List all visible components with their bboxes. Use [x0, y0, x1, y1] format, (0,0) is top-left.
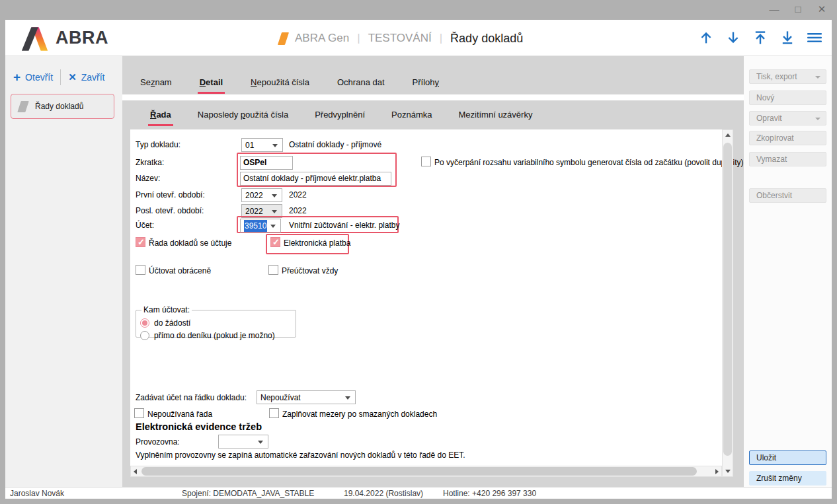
hamburger-menu-icon[interactable] [807, 30, 822, 46]
provozovna-label: Provozovna: [136, 437, 180, 447]
vertical-scrollbar[interactable] [722, 129, 733, 477]
zkratka-input[interactable]: OSPel [240, 156, 293, 170]
refresh-button[interactable]: Občerstvit [749, 188, 826, 203]
edit-button[interactable]: Opravit [749, 111, 826, 126]
zadavat-ucet-dropdown[interactable]: Nepoužívat [257, 390, 356, 404]
arrow-up-icon[interactable] [698, 30, 714, 46]
rada-uctuje-checkbox[interactable] [136, 237, 145, 247]
status-bar: Jaroslav Novák Spojení: DEMODATA_JAVA_ST… [5, 487, 832, 499]
radio-primo-do-deniku[interactable]: přímo do deníku (pokud je možno) [140, 329, 292, 342]
cancel-changes-button[interactable]: Zrušit změny [749, 471, 826, 486]
action-panel: Tisk, export Nový Opravit Zkopírovat Vym… [744, 56, 832, 487]
breadcrumb-separator: | [440, 32, 442, 45]
prvni-obdobi-dropdown[interactable]: 2022 [241, 188, 282, 202]
typ-dokladu-dropdown[interactable]: 01 [241, 138, 283, 152]
status-user: Jaroslav Novák [10, 488, 64, 499]
delete-button[interactable]: Vymazat [749, 152, 826, 166]
breadcrumb-environment: TESTOVÁNÍ [368, 32, 432, 45]
prvni-obdobi-desc: 2022 [289, 188, 307, 202]
close-button-label: Zavřít [81, 72, 105, 83]
minimize-icon[interactable]: — [767, 1, 781, 17]
tab-poznamka[interactable]: Poznámka [391, 100, 432, 129]
nepouzivana-rada-label: Nepoužívaná řada [147, 410, 212, 419]
document-series-icon [17, 101, 29, 112]
zadavat-ucet-label: Zadávat účet na řádku dokladu: [136, 393, 247, 403]
horizontal-scrollbar-thumb[interactable] [141, 467, 697, 476]
ucet-desc: Vnitřní zúčtování - elektr. platby [289, 219, 399, 233]
abra-logo-icon [20, 25, 50, 51]
breadcrumb-separator: | [357, 32, 360, 45]
open-button-label: Otevřít [25, 72, 53, 83]
uctovat-obracene-checkbox[interactable] [136, 265, 145, 275]
status-date: 19.04.2022 (Rostislav) [344, 488, 423, 499]
main-area: Seznam Detail Nepoužitá čísla Ochrana da… [122, 56, 744, 487]
plus-icon: + [13, 73, 20, 82]
kam-uctovat-group: Kam účtovat: do žádostí přímo do deníku … [136, 305, 296, 338]
app-window: ABRA ABRA Gen | TESTOVÁNÍ | Řady dokladů [5, 20, 832, 499]
sidebar-item-label: Řady dokladů [35, 102, 83, 111]
rada-uctuje-label: Řada dokladů se účtuje [149, 238, 231, 248]
scroll-right-icon[interactable] [711, 466, 721, 476]
tab-naposledy-pouzita-cisla[interactable]: Naposledy použitá čísla [198, 100, 288, 129]
preuctovat-vzdy-label: Přeúčtovat vždy [282, 266, 338, 275]
divider [60, 69, 61, 85]
open-button[interactable]: + Otevřít [13, 72, 53, 83]
preuctovat-vzdy-checkbox[interactable] [268, 265, 278, 275]
posl-obdobi-label: Posl. otevř. období: [136, 206, 204, 216]
tab-rada[interactable]: Řada [150, 100, 171, 129]
save-button[interactable]: Uložit [749, 450, 826, 465]
sub-tabs: Řada Naposledy použitá čísla Předvyplněn… [122, 100, 744, 129]
orange-slash-icon [278, 32, 289, 45]
scroll-down-icon[interactable] [723, 466, 733, 476]
print-export-button[interactable]: Tisk, export [749, 69, 826, 84]
radio-do-zadosti[interactable]: do žádostí [140, 316, 292, 329]
ucet-dropdown[interactable]: 39510 [240, 219, 281, 233]
eet-heading: Elektronická evidence tržeb [136, 421, 262, 432]
kam-uctovat-legend: Kam účtovat: [141, 305, 192, 314]
window-titlebar: — □ ✕ [0, 0, 837, 20]
tab-nepouzita-cisla[interactable]: Nepoužitá čísla [251, 63, 309, 94]
status-connection: Spojení: DEMODATA_JAVA_STABLE [182, 488, 314, 499]
status-hotline: Hotline: +420 296 397 330 [443, 488, 536, 499]
tab-ochrana-dat[interactable]: Ochrana dat [337, 63, 385, 94]
arrow-last-icon[interactable] [779, 30, 795, 46]
app-header: ABRA ABRA Gen | TESTOVÁNÍ | Řady dokladů [5, 20, 832, 56]
sidebar-item-rady-dokladu[interactable]: Řady dokladů [11, 94, 114, 119]
posl-obdobi-dropdown[interactable]: 2022 [241, 204, 282, 218]
arrow-down-icon[interactable] [725, 30, 741, 46]
tab-seznam[interactable]: Seznam [140, 63, 172, 94]
tab-mezitimni-uzaverky[interactable]: Mezitímní uzávěrky [458, 100, 532, 129]
vertical-scrollbar-thumb[interactable] [723, 143, 732, 456]
close-tab-button[interactable]: ✕ Zavřít [68, 71, 104, 83]
app-body: + Otevřít ✕ Zavřít Řady dokladů Seznam D… [5, 56, 832, 487]
nazev-input[interactable]: Ostatní doklady - příjmové elektr.platba [240, 172, 391, 186]
radio-selected-icon [140, 318, 149, 328]
scroll-up-icon[interactable] [723, 130, 733, 141]
arrow-first-icon[interactable] [752, 30, 768, 46]
elektronicka-platba-checkbox[interactable] [270, 237, 280, 247]
posl-obdobi-desc: 2022 [289, 204, 307, 218]
maximize-icon[interactable]: □ [791, 1, 805, 17]
uctovat-obracene-label: Účtovat obráceně [149, 266, 211, 275]
nazev-label: Název: [136, 174, 160, 184]
new-button[interactable]: Nový [749, 90, 826, 105]
provozovna-dropdown[interactable] [218, 435, 268, 449]
nepouzivana-rada-checkbox[interactable] [134, 408, 144, 418]
logo-text: ABRA [56, 28, 108, 48]
close-icon[interactable]: ✕ [815, 1, 829, 17]
zkratka-label: Zkratka: [136, 158, 164, 168]
left-sidebar: + Otevřít ✕ Zavřít Řady dokladů [5, 56, 122, 487]
eet-note: Vyplněním provozovny se zapíná automatic… [136, 450, 465, 460]
variabilni-symbol-checkbox[interactable] [421, 157, 431, 166]
copy-button[interactable]: Zkopírovat [749, 131, 826, 145]
breadcrumb-app: ABRA Gen [295, 32, 349, 45]
zaplnovat-mezery-checkbox[interactable] [269, 408, 279, 418]
tab-detail[interactable]: Detail [200, 63, 223, 94]
ucet-label: Účet: [136, 221, 154, 231]
prvni-obdobi-label: První otevř. období: [136, 190, 205, 200]
tab-prilohy[interactable]: Přílohy [413, 63, 439, 94]
tabs-separator [122, 94, 744, 100]
scroll-left-icon[interactable] [131, 466, 141, 476]
tab-predvyplneni[interactable]: Předvyplnění [315, 100, 365, 129]
horizontal-scrollbar[interactable] [130, 466, 722, 477]
